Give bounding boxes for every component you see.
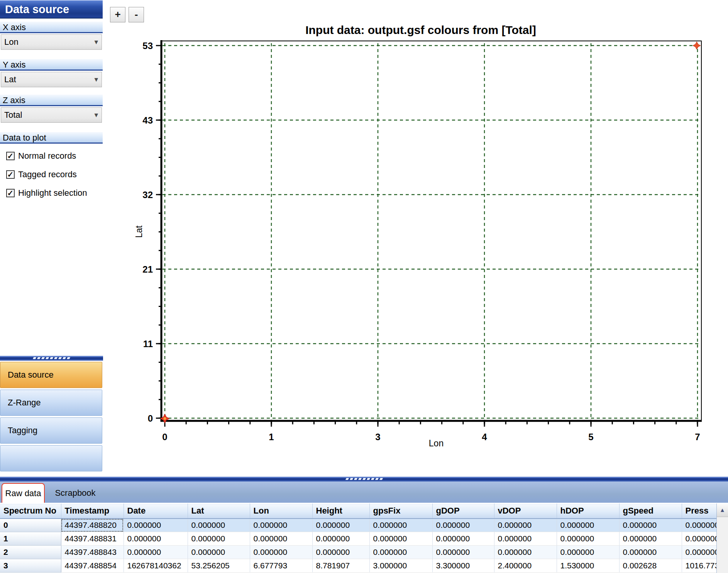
col-header[interactable]: gSpeed [619,504,682,519]
col-header[interactable]: vDOP [494,504,557,519]
x-tick: 5 [588,432,593,442]
chevron-down-icon: ▾ [94,108,98,122]
cell[interactable]: 0.000000 [494,519,557,532]
cell[interactable]: 0.000000 [619,532,682,546]
accordion-empty-button[interactable] [0,445,102,471]
cell[interactable]: 0.000000 [682,546,716,559]
cell[interactable]: 0.000000 [188,519,250,532]
cell[interactable]: 1.530000 [557,559,619,573]
chart-title: Input data: output.gsf colours from [Tot… [305,24,536,36]
x-axis-dropdown[interactable]: Lon ▾ [1,34,102,50]
checkbox-checked-icon[interactable]: ✓ [6,189,15,197]
cell[interactable]: 8.781907 [312,559,369,573]
sidebar-splitter[interactable] [0,355,103,361]
cell-timestamp[interactable]: 44397.488820 [61,519,124,532]
cell[interactable]: 1016.7732 [682,559,716,573]
bottom-tab-strip [0,481,728,503]
cell[interactable]: 0.000000 [682,519,716,532]
x-tick: 3 [375,432,380,442]
cell[interactable]: 0.000000 [557,519,619,532]
cell[interactable]: 162678140362 [124,559,188,573]
horizontal-splitter[interactable] [0,476,728,481]
cell[interactable]: 0.000000 [494,546,557,559]
cell[interactable]: 3.300000 [432,559,494,573]
cell[interactable]: 0.000000 [124,519,188,532]
cell[interactable]: 0.000000 [250,519,312,532]
cell[interactable]: 0.000000 [312,519,369,532]
tab-scrapbook[interactable]: Scrapbook [50,483,100,503]
col-header[interactable]: gDOP [432,504,494,519]
z-axis-dropdown-value: Total [4,110,22,120]
cell[interactable]: 6.677793 [250,559,312,573]
y-tick: 53 [142,41,153,51]
col-header[interactable]: gpsFix [369,504,432,519]
cell[interactable]: 44397.488843 [61,546,124,559]
splitter-grip [346,478,383,480]
cell[interactable]: 44397.488854 [61,559,124,573]
cell[interactable]: 0.000000 [494,532,557,546]
cell[interactable]: 0.000000 [369,519,432,532]
cell[interactable]: 0.000000 [124,532,188,546]
y-axis-dropdown-value: Lat [4,75,16,84]
x-axis-dropdown-value: Lon [4,37,19,47]
cell[interactable]: 0.000000 [557,532,619,546]
checkbox-highlight-selection[interactable]: ✓ Highlight selection [6,187,87,199]
x-tick: 1 [269,432,274,442]
row-header[interactable]: 2 [0,546,61,559]
checkbox-normal-records[interactable]: ✓ Normal records [6,150,76,162]
col-header[interactable]: hDOP [557,504,619,519]
z-axis-dropdown[interactable]: Total ▾ [1,107,102,123]
cell[interactable]: 0.000000 [369,532,432,546]
cell[interactable]: 0.000000 [312,532,369,546]
cell[interactable]: 0.000000 [250,532,312,546]
data-to-plot-header: Data to plot [0,132,103,144]
accordion-label: Tagging [8,426,37,436]
table-scrollbar[interactable]: ▲ [716,503,728,573]
cell[interactable]: 0.000000 [312,546,369,559]
cell[interactable]: 0.000000 [432,519,494,532]
axis-ticks [156,46,698,427]
cell[interactable]: 0.000000 [619,546,682,559]
y-axis-dropdown[interactable]: Lat ▾ [1,72,102,87]
cell[interactable]: 0.002628 [619,559,682,573]
row-header[interactable]: 1 [0,532,61,546]
cell[interactable]: 0.000000 [619,519,682,532]
cell[interactable]: 44397.488831 [61,532,124,546]
table-row: 2 44397.488843 0.000000 0.000000 0.00000… [0,546,716,559]
cell[interactable]: 0.000000 [250,546,312,559]
col-header[interactable]: Spectrum No [0,504,61,519]
plot-canvas[interactable]: Input data: output.gsf colours from [Tot… [104,0,728,476]
cell[interactable]: 2.400000 [494,559,557,573]
plot-frame [161,40,702,422]
cell[interactable]: 0.000000 [682,532,716,546]
x-tick: 4 [482,432,487,442]
cell[interactable]: 0.000000 [557,546,619,559]
cell[interactable]: 0.000000 [188,546,250,559]
splitter-grip [33,357,70,359]
col-header[interactable]: Lat [188,504,250,519]
row-header[interactable]: 0 [0,519,61,532]
col-header[interactable]: Press [682,504,716,519]
cell[interactable]: 53.256205 [188,559,250,573]
scroll-up-icon[interactable]: ▲ [717,503,728,517]
col-header[interactable]: Timestamp [61,504,124,519]
checkbox-tagged-records[interactable]: ✓ Tagged records [6,169,77,180]
accordion-data-source-button[interactable]: Data source [0,362,102,388]
accordion-z-range-button[interactable]: Z-Range [0,390,102,416]
checkbox-label: Normal records [18,151,76,161]
data-point-top-right[interactable] [693,42,701,49]
checkbox-checked-icon[interactable]: ✓ [6,170,15,179]
checkbox-checked-icon[interactable]: ✓ [6,152,15,160]
cell[interactable]: 3.000000 [369,559,432,573]
row-header[interactable]: 3 [0,559,61,573]
cell[interactable]: 0.000000 [124,546,188,559]
col-header[interactable]: Height [312,504,369,519]
accordion-tagging-button[interactable]: Tagging [0,417,102,444]
cell[interactable]: 0.000000 [188,532,250,546]
col-header[interactable]: Lon [250,504,312,519]
cell[interactable]: 0.000000 [432,532,494,546]
cell[interactable]: 0.000000 [369,546,432,559]
col-header[interactable]: Date [124,504,188,519]
tab-raw-data[interactable]: Raw data [2,483,45,503]
cell[interactable]: 0.000000 [432,546,494,559]
